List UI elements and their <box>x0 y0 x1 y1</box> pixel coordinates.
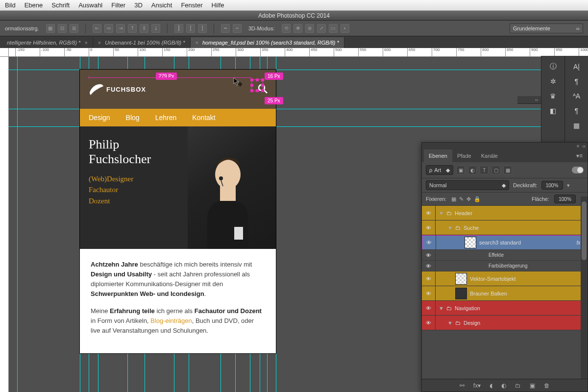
ruler-origin[interactable] <box>0 48 9 57</box>
blend-mode-dropdown[interactable]: Normal◆ <box>426 180 509 190</box>
layer-row[interactable]: 👁▼🗀Design <box>422 316 588 330</box>
align-top-icon[interactable]: ⤒ <box>128 24 137 33</box>
adjustments-icon[interactable]: ♛ <box>541 89 564 103</box>
menu-item[interactable]: Fenster <box>181 1 202 9</box>
layer-row[interactable]: 👁▼🗀Header <box>422 206 588 220</box>
align-center-icon[interactable]: ⇔ <box>104 24 113 33</box>
menu-item[interactable]: 3D <box>134 1 143 9</box>
layers-icon[interactable]: ◧ <box>541 104 564 118</box>
doc-tab[interactable]: ntelligente Hilfslinien, RGB/8) *× <box>2 37 93 48</box>
distribute-icon[interactable]: ━ <box>221 24 230 33</box>
distribute-icon[interactable]: ┇ <box>186 24 195 33</box>
guide[interactable] <box>276 57 276 392</box>
menu-item[interactable]: Ansicht <box>151 1 172 9</box>
panel-chrome[interactable]: × ‹‹ <box>422 143 588 149</box>
collapse-icon[interactable]: ‹‹ <box>582 144 586 149</box>
close-icon[interactable]: × <box>576 144 579 149</box>
menu-item[interactable]: Ebene <box>24 1 43 9</box>
paragraph-panel-icon[interactable]: ¶ <box>565 74 588 88</box>
align-icon[interactable]: ⊟ <box>58 24 67 33</box>
visibility-icon[interactable]: 👁 <box>422 316 436 330</box>
layer-row[interactable]: 👁▼🗀Navigation <box>422 301 588 316</box>
navigator-icon[interactable]: ✲ <box>541 74 564 88</box>
align-bottom-icon[interactable]: ⤓ <box>151 24 160 33</box>
menu-item[interactable]: Filter <box>111 1 125 9</box>
swatches-icon[interactable]: ▦ <box>565 119 588 132</box>
layer-fx-icon[interactable]: fx▾ <box>473 382 481 389</box>
filter-toggle[interactable] <box>572 167 584 173</box>
info-panel-icon[interactable]: ⓘ <box>541 60 564 74</box>
lock-position-icon[interactable]: ✥ <box>466 196 471 202</box>
workspace-dropdown[interactable]: Grundelemente‹› <box>510 24 583 33</box>
character-panel-icon[interactable]: A| <box>565 60 588 74</box>
visibility-icon[interactable]: 👁 <box>422 286 436 301</box>
panel-menu-icon[interactable]: ▾≡ <box>573 152 586 159</box>
tab-channels[interactable]: Kanäle <box>476 149 503 162</box>
lock-pixels-icon[interactable]: ✎ <box>459 196 464 202</box>
distribute-icon[interactable]: ┋ <box>198 24 207 33</box>
menu-item[interactable]: Schrift <box>51 1 70 9</box>
filter-smart-icon[interactable]: ▦ <box>503 166 512 174</box>
layer-mask-icon[interactable]: ◖ <box>490 382 492 389</box>
menu-item[interactable]: Bild <box>5 1 16 9</box>
tab-layers[interactable]: Ebenen <box>424 149 452 162</box>
styles-icon[interactable]: ¶ <box>565 104 588 118</box>
visibility-icon[interactable]: 👁 <box>422 220 436 235</box>
visibility-icon[interactable]: 👁 <box>422 235 436 250</box>
panel-collapse[interactable]: ‹‹ <box>517 96 541 104</box>
distribute-icon[interactable]: ┃ <box>174 24 183 33</box>
close-icon[interactable]: × <box>196 40 198 46</box>
orbit-icon[interactable]: ⟲ <box>282 24 291 33</box>
doc-tab[interactable]: ×homepage_fd.psd bei 100% (search3 stand… <box>191 37 344 48</box>
filter-type-icon[interactable]: T <box>480 166 489 174</box>
scrollbar[interactable] <box>581 196 588 379</box>
selection-box[interactable] <box>251 79 263 91</box>
new-group-icon[interactable]: 🗀 <box>515 382 521 389</box>
filter-pixel-icon[interactable]: ▣ <box>456 166 465 174</box>
move-icon[interactable]: ⊕ <box>305 24 314 33</box>
opacity-input[interactable]: 100% <box>541 181 563 190</box>
lock-transparent-icon[interactable]: ▦ <box>451 196 456 202</box>
slide-icon[interactable]: ▭ <box>329 24 338 33</box>
align-middle-icon[interactable]: ⇕ <box>140 24 148 33</box>
layer-row[interactable]: 👁Vektor-Smartobjekt <box>422 271 588 286</box>
new-layer-icon[interactable]: ▣ <box>530 382 535 389</box>
layer-filter-dropdown[interactable]: ρArt◆ <box>426 165 453 175</box>
ruler-horizontal[interactable]: -150-100-5005010015020025030035040045050… <box>9 48 588 57</box>
lock-all-icon[interactable]: 🔒 <box>474 196 481 202</box>
tab-paths[interactable]: Pfade <box>452 149 476 162</box>
visibility-icon[interactable]: 👁 <box>422 271 436 286</box>
camera-icon[interactable]: ▪ <box>341 24 349 33</box>
glyphs-icon[interactable]: ᴬA <box>565 89 588 103</box>
visibility-icon[interactable]: 👁 <box>422 206 436 220</box>
menu-item[interactable]: Hilfe <box>212 1 224 9</box>
filter-adjust-icon[interactable]: ◐ <box>468 166 477 174</box>
dropdown-icon[interactable]: ▾ <box>567 182 570 189</box>
layer-row[interactable]: 👁Brauner Balken <box>422 286 588 301</box>
align-icon[interactable]: ▦ <box>46 24 55 33</box>
adjustment-layer-icon[interactable]: ◐ <box>501 382 506 389</box>
fill-input[interactable]: 100% <box>554 195 576 203</box>
doc-tab[interactable]: ×Unbenannt-1 bei 100% (RGB/8) * <box>93 37 191 48</box>
close-icon[interactable]: × <box>84 40 87 46</box>
align-right-icon[interactable]: ⇥ <box>116 24 125 33</box>
align-left-icon[interactable]: ⇤ <box>93 24 101 33</box>
filter-shape-icon[interactable]: ▢ <box>491 166 500 174</box>
guide[interactable] <box>17 57 18 392</box>
mac-menubar[interactable]: Bild Ebene Schrift Auswahl Filter 3D Ans… <box>0 0 588 11</box>
layer-row[interactable]: 👁search3 standardfx ˄ <box>422 235 588 250</box>
distribute-icon[interactable]: ┅ <box>233 24 242 33</box>
visibility-icon[interactable]: 👁 <box>422 301 436 316</box>
layer-effect[interactable]: 👁Effekte <box>422 250 588 261</box>
mock-nav: Design Blog Lehren Kontakt <box>80 109 276 126</box>
align-icon[interactable]: ⊞ <box>70 24 78 33</box>
pan-icon[interactable]: ✥ <box>294 24 302 33</box>
layer-effect[interactable]: 👁Farbüberlagerung <box>422 261 588 271</box>
menu-item[interactable]: Auswahl <box>78 1 102 9</box>
layer-row[interactable]: 👁▼🗀Suche <box>422 220 588 235</box>
scale-icon[interactable]: ⤢ <box>317 24 326 33</box>
link-layers-icon[interactable]: ⚯ <box>460 382 465 389</box>
ruler-vertical[interactable] <box>0 57 9 392</box>
delete-layer-icon[interactable]: 🗑 <box>544 382 550 389</box>
close-icon[interactable]: × <box>98 40 101 46</box>
